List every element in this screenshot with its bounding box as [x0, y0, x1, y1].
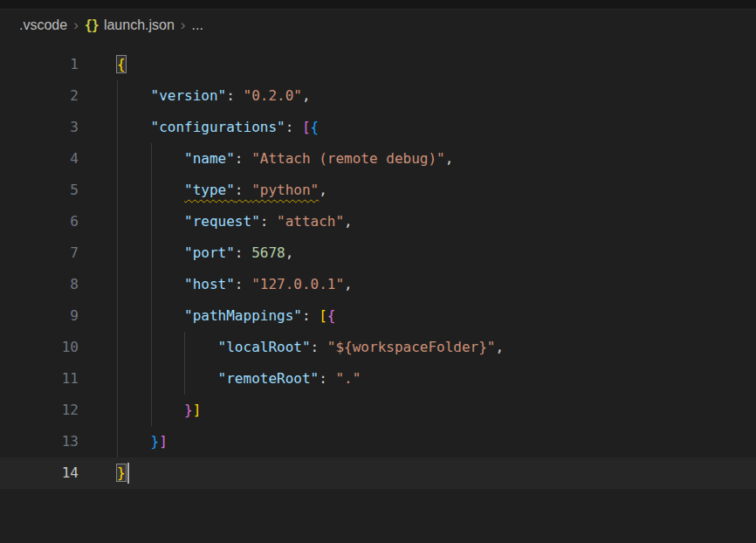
code-token: "request" [184, 213, 260, 230]
code-token: "version" [151, 87, 227, 104]
code-token: : [260, 213, 277, 230]
code-token: "name" [184, 150, 235, 167]
code-token: ] [159, 433, 168, 450]
line-number[interactable]: 14 [0, 457, 79, 489]
code-token: "${workspaceFolder}" [327, 339, 496, 355]
code-line-content[interactable]: "remoteRoot": "." [79, 363, 361, 395]
line-number[interactable]: 12 [0, 395, 79, 426]
code-token: : [235, 244, 251, 261]
code-token: "host" [184, 276, 235, 292]
text-cursor [127, 463, 129, 484]
code-token: , [285, 244, 294, 261]
code-token: , [495, 339, 504, 355]
code-token: , [319, 182, 327, 198]
breadcrumb-item-launch-json[interactable]: {}launch.json [85, 17, 175, 33]
breadcrumb-item-[interactable]: ... [192, 17, 203, 33]
line-number[interactable]: 2 [0, 80, 79, 112]
line-number[interactable]: 13 [0, 426, 79, 457]
code-token: "0.2.0" [244, 87, 302, 104]
line-number[interactable]: 4 [0, 143, 79, 175]
code-line-content[interactable]: "pathMappings": [{ [79, 300, 335, 332]
code-line-content[interactable]: }] [79, 426, 168, 457]
code-editor[interactable]: 1{2 "version": "0.2.0",3 "configurations… [0, 40, 756, 489]
code-token: { [311, 119, 320, 135]
line-number[interactable]: 3 [0, 112, 79, 143]
code-token: : [226, 87, 243, 104]
indent-whitespace [117, 395, 184, 426]
code-line-content[interactable]: "name": "Attach (remote debug)", [79, 143, 453, 175]
code-token: "port" [184, 244, 235, 261]
code-token: : [311, 339, 327, 355]
code-line-content[interactable]: "host": "127.0.0.1", [79, 269, 353, 300]
code-token: "pathMappings" [184, 307, 302, 324]
code-token: , [344, 213, 353, 230]
code-token: "127.0.0.1" [251, 276, 344, 292]
line-number[interactable]: 11 [0, 363, 79, 395]
indent-whitespace [117, 175, 184, 206]
code-line[interactable]: 11 "remoteRoot": "." [0, 363, 756, 395]
code-token: } [184, 402, 193, 418]
code-line-content[interactable]: "type": "python", [79, 175, 327, 206]
code-token: : [285, 119, 302, 135]
code-line[interactable]: 4 "name": "Attach (remote debug)", [0, 143, 756, 175]
breadcrumb-separator-icon: › [73, 17, 79, 34]
indent-whitespace [117, 206, 184, 237]
code-line[interactable]: 10 "localRoot": "${workspaceFolder}", [0, 332, 756, 363]
code-token: } [117, 464, 126, 481]
vscode-editor-window: .vscode›{}launch.json›... 1{2 "version":… [0, 0, 756, 543]
indent-whitespace [117, 426, 151, 457]
code-line-content[interactable]: "configurations": [{ [79, 112, 319, 143]
code-token: [ [319, 307, 327, 324]
code-line-content[interactable]: } [79, 457, 129, 489]
indent-whitespace [117, 332, 218, 363]
code-token: { [327, 307, 336, 324]
code-token: : [235, 150, 251, 167]
code-token: : [302, 307, 319, 324]
line-number[interactable]: 7 [0, 237, 79, 269]
code-token: ] [193, 402, 202, 418]
code-line-content[interactable]: "version": "0.2.0", [79, 80, 311, 112]
line-number[interactable]: 5 [0, 175, 79, 206]
code-line[interactable]: 7 "port": 5678, [0, 237, 756, 269]
breadcrumb-label: .vscode [19, 17, 67, 33]
code-token: { [117, 56, 126, 72]
breadcrumb-item-vscode[interactable]: .vscode [19, 17, 67, 33]
indent-whitespace [117, 143, 184, 175]
code-line[interactable]: 5 "type": "python", [0, 175, 756, 206]
indent-whitespace [117, 237, 184, 269]
code-token: : [319, 370, 335, 387]
code-line[interactable]: 13 }] [0, 426, 756, 457]
code-line[interactable]: 1{ [0, 49, 756, 80]
code-line[interactable]: 8 "host": "127.0.0.1", [0, 269, 756, 300]
code-token: , [344, 276, 353, 292]
breadcrumb-label: ... [192, 17, 203, 33]
line-number[interactable]: 9 [0, 300, 79, 332]
code-line[interactable]: 6 "request": "attach", [0, 206, 756, 237]
code-line-content[interactable]: }] [79, 395, 201, 426]
code-token: "localRoot" [218, 339, 311, 355]
line-number[interactable]: 10 [0, 332, 79, 363]
code-line-content[interactable]: "localRoot": "${workspaceFolder}", [79, 332, 504, 363]
code-token: 5678 [251, 244, 285, 261]
indent-whitespace [117, 269, 184, 300]
code-token: "." [335, 370, 361, 387]
code-token: : [235, 182, 251, 198]
code-line[interactable]: 3 "configurations": [{ [0, 112, 756, 143]
code-token: : [235, 276, 251, 292]
code-line[interactable]: 9 "pathMappings": [{ [0, 300, 756, 332]
code-line-content[interactable]: "port": 5678, [79, 237, 293, 269]
indent-whitespace [117, 363, 218, 395]
code-line[interactable]: 12 }] [0, 395, 756, 426]
breadcrumb-label: launch.json [104, 17, 175, 33]
code-line-content[interactable]: { [79, 49, 126, 80]
breadcrumb-separator-icon: › [181, 17, 186, 34]
code-line[interactable]: 2 "version": "0.2.0", [0, 80, 756, 112]
breadcrumb: .vscode›{}launch.json›... [0, 10, 756, 40]
line-number[interactable]: 1 [0, 49, 79, 80]
line-number[interactable]: 6 [0, 206, 79, 237]
code-line[interactable]: 14} [0, 457, 756, 489]
line-number[interactable]: 8 [0, 269, 79, 300]
code-token: "python" [251, 182, 319, 198]
indent-whitespace [117, 300, 184, 332]
code-line-content[interactable]: "request": "attach", [79, 206, 353, 237]
